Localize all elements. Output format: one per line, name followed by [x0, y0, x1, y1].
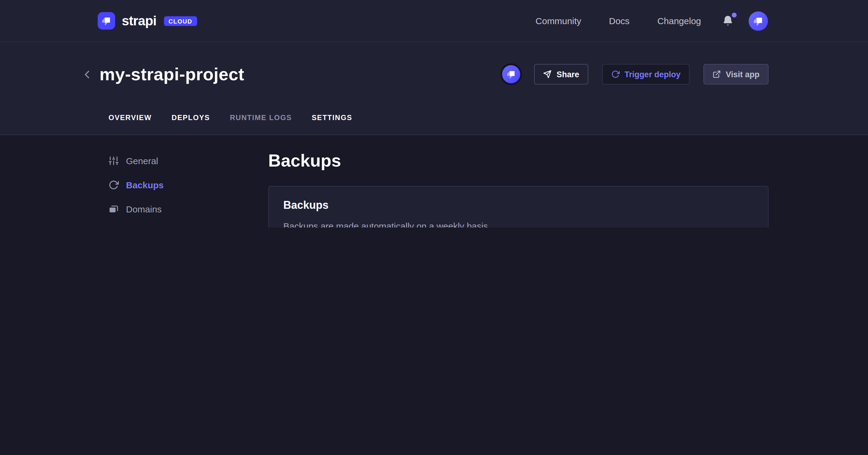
top-navbar: strapi CLOUD Community Docs Changelog	[0, 0, 868, 42]
sidebar-item-variables[interactable]: Variables	[108, 226, 268, 227]
strapi-cloud-logo[interactable]: strapi CLOUD	[98, 12, 197, 30]
sidebar-item-label: General	[126, 155, 158, 166]
sidebar-item-general[interactable]: General	[108, 153, 268, 168]
project-title-row: my-strapi-project Share Trigger deploy	[81, 64, 769, 84]
nav-link-docs[interactable]: Docs	[609, 16, 629, 26]
strapi-avatar-icon	[751, 13, 766, 28]
tab-runtime-logs[interactable]: RUNTIME LOGS	[230, 113, 292, 122]
settings-main: General Backups Domains Variables Billin…	[0, 135, 868, 227]
strapi-logo-icon	[98, 12, 115, 30]
brand-name: strapi	[122, 13, 156, 29]
top-nav-links: Community Docs Changelog	[508, 11, 768, 30]
backups-card-title: Backups	[283, 199, 753, 212]
chevron-left-icon	[82, 69, 92, 79]
user-avatar[interactable]	[749, 11, 768, 30]
sidebar-item-backups[interactable]: Backups	[108, 177, 268, 192]
project-header: my-strapi-project Share Trigger deploy	[0, 42, 868, 135]
refresh-icon	[108, 179, 119, 190]
notifications-button[interactable]	[721, 14, 735, 27]
trigger-deploy-button-label: Trigger deploy	[624, 70, 681, 79]
windows-icon	[108, 204, 119, 214]
sidebar-item-domains[interactable]: Domains	[108, 202, 268, 216]
share-button-label: Share	[557, 70, 579, 79]
project-actions: Share Trigger deploy Visit app	[502, 64, 769, 84]
visit-app-button-label: Visit app	[726, 70, 760, 79]
page-title: Backups	[268, 151, 769, 171]
share-button[interactable]: Share	[534, 64, 588, 84]
project-title: my-strapi-project	[99, 64, 244, 84]
send-icon	[544, 70, 552, 79]
strapi-cloud-app: strapi CLOUD Community Docs Changelog	[0, 0, 868, 227]
backups-card: Backups Backups are made automatically o…	[268, 186, 769, 227]
nav-link-changelog[interactable]: Changelog	[657, 16, 701, 26]
trigger-deploy-button[interactable]: Trigger deploy	[602, 64, 689, 84]
strapi-project-avatar-icon	[505, 67, 518, 81]
nav-link-community[interactable]: Community	[535, 16, 581, 26]
backups-content: Backups Backups Backups are made automat…	[268, 153, 769, 227]
sidebar-item-label: Domains	[126, 204, 161, 214]
sliders-icon	[108, 155, 119, 166]
sidebar-item-label: Backups	[126, 179, 164, 190]
settings-sidebar: General Backups Domains Variables Billin…	[108, 153, 268, 227]
project-tabs: OVERVIEW DEPLOYS RUNTIME LOGS SETTINGS	[81, 113, 769, 135]
project-avatar[interactable]	[502, 65, 521, 83]
backups-card-description: Backups are made automatically on a week…	[283, 221, 753, 227]
back-button[interactable]	[81, 66, 93, 83]
tab-settings[interactable]: SETTINGS	[312, 113, 352, 122]
visit-app-button[interactable]: Visit app	[704, 64, 769, 84]
tab-deploys[interactable]: DEPLOYS	[172, 113, 210, 122]
tab-overview[interactable]: OVERVIEW	[108, 113, 152, 122]
external-link-icon	[712, 70, 721, 79]
refresh-icon	[611, 70, 620, 79]
cloud-badge: CLOUD	[164, 16, 197, 26]
notification-dot	[732, 12, 737, 17]
